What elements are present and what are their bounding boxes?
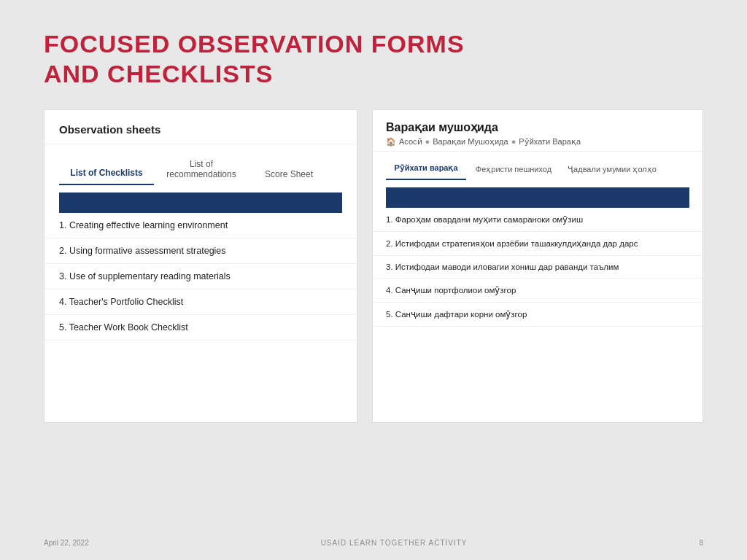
page-title: FOCUSED OBSERVATION FORMS AND CHECKLISTS xyxy=(44,29,703,89)
right-panel-title: Варақаи мушоҳида xyxy=(386,120,689,134)
right-panel: Варақаи мушоҳида 🏠 Асосӣ ● Варақаи Мушоҳ… xyxy=(372,109,703,423)
left-tabs: List of Checklists List of recommendatio… xyxy=(44,144,357,185)
list-item: 1. Фароҳам овардани муҳити самараноки ом… xyxy=(373,208,703,232)
tab-score-sheet[interactable]: Score Sheet xyxy=(249,169,329,185)
home-icon: 🏠 xyxy=(386,137,396,147)
footer-page: 8 xyxy=(699,539,703,547)
left-panel: Observation sheets List of Checklists Li… xyxy=(44,109,357,423)
right-checklist-items: 1. Фароҳам овардани муҳити самараноки ом… xyxy=(373,208,703,327)
list-item: 3. Use of supplementary reading material… xyxy=(44,264,357,289)
right-tab-fehristii-peshnihod[interactable]: Феҳристи пешниход xyxy=(466,165,561,180)
breadcrumb: 🏠 Асосӣ ● Варақаи Мушоҳида ● Рӯйхати Вар… xyxy=(386,137,689,147)
right-tabs: Рӯйхати варақа Феҳристи пешниход Ҷадвали… xyxy=(373,152,703,180)
content-area: Observation sheets List of Checklists Li… xyxy=(44,109,703,423)
list-item: 2. Using formative assessment strategies xyxy=(44,238,357,264)
left-panel-title: Observation sheets xyxy=(59,123,160,136)
left-checklist-items: 1. Creating effective learning environme… xyxy=(44,213,357,341)
right-panel-header: Варақаи мушоҳида 🏠 Асосӣ ● Варақаи Мушоҳ… xyxy=(373,110,703,152)
footer: April 22, 2022 USAID LEARN TOGETHER ACTI… xyxy=(44,539,703,547)
tab-list-of-recommendations[interactable]: List of recommendations xyxy=(154,159,249,185)
list-item: 1. Creating effective learning environme… xyxy=(44,213,357,238)
list-item: 4. Санҷиши портфолиои омӯзгор xyxy=(373,279,703,303)
left-list-header-bar xyxy=(59,192,342,213)
right-tab-ruyhati-varaqa[interactable]: Рӯйхати варақа xyxy=(386,163,466,180)
left-panel-header: Observation sheets xyxy=(44,110,357,144)
footer-center: USAID LEARN TOGETHER ACTIVITY xyxy=(321,539,468,547)
right-tab-jadval[interactable]: Ҷадвали умумии ҳолҳо xyxy=(561,165,663,180)
slide: FOCUSED OBSERVATION FORMS AND CHECKLISTS… xyxy=(0,0,747,560)
list-item: 5. Teacher Work Book Checklist xyxy=(44,315,357,341)
tab-list-of-checklists[interactable]: List of Checklists xyxy=(59,168,154,185)
list-item: 3. Истифодаи маводи иловагии хониш дар р… xyxy=(373,256,703,279)
footer-date: April 22, 2022 xyxy=(44,539,89,547)
list-item: 2. Истифодаи стратегияҳои арзёбии ташакк… xyxy=(373,232,703,256)
list-item: 4. Teacher's Portfolio Checklist xyxy=(44,289,357,315)
list-item: 5. Санҷиши дафтари корни омӯзгор xyxy=(373,303,703,327)
right-list-header-bar xyxy=(386,187,689,208)
